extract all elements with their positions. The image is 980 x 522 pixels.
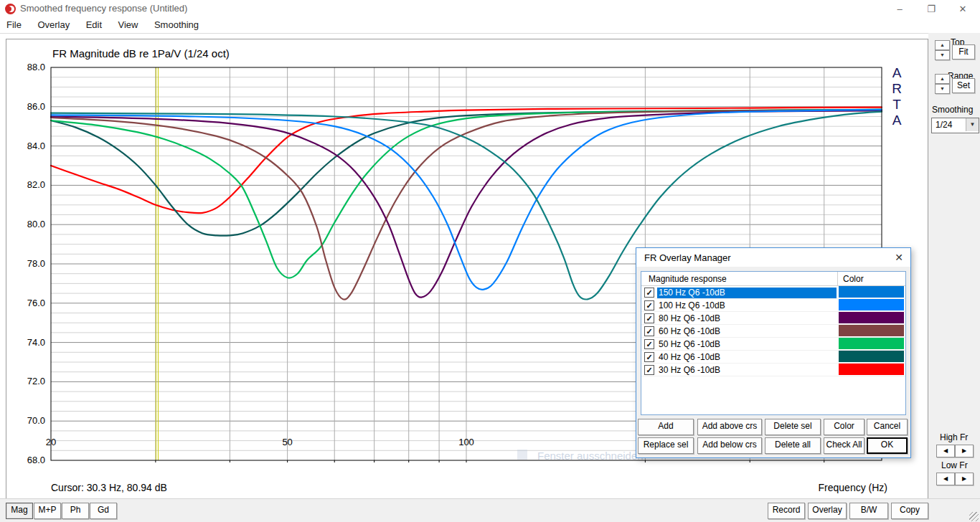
dialog-button-replace-sel[interactable]: Replace sel xyxy=(638,437,694,454)
ghost-overlay-text: Fenster ausschneiden xyxy=(537,450,644,462)
overlay-color-swatch[interactable] xyxy=(839,364,904,375)
close-icon[interactable]: ✕ xyxy=(947,0,979,19)
smoothing-value: 1/24 xyxy=(936,120,952,130)
arta-letter: T xyxy=(890,97,903,113)
dialog-button-ok[interactable]: OK xyxy=(867,437,908,454)
menu-edit[interactable]: Edit xyxy=(80,17,108,32)
dialog-button-check-all[interactable]: Check All xyxy=(824,437,864,454)
arta-letter: A xyxy=(890,65,903,81)
overlay-checkbox[interactable]: ✓ xyxy=(644,313,654,323)
menu-smoothing[interactable]: Smoothing xyxy=(148,17,205,32)
overlay-checkbox[interactable]: ✓ xyxy=(644,326,654,336)
y-tick-label: 80.0 xyxy=(12,219,45,229)
y-tick-label: 82.0 xyxy=(12,179,45,190)
y-tick-label: 88.0 xyxy=(12,62,45,72)
top-down-spinner[interactable]: ▼ xyxy=(935,50,950,60)
dialog-title-bar[interactable]: FR Overlay Manager ✕ xyxy=(636,248,910,267)
overlay-row[interactable]: ✓40 Hz Q6 -10dB xyxy=(641,351,905,364)
minimize-icon[interactable]: – xyxy=(884,0,915,19)
overlay-color-swatch[interactable] xyxy=(839,338,904,349)
overlay-label[interactable]: 100 Hz Q6 -10dB xyxy=(657,300,837,311)
menu-overlay[interactable]: Overlay xyxy=(31,17,76,32)
low-fr-left-arrow[interactable]: ◀ xyxy=(936,473,955,485)
overlay-label[interactable]: 60 Hz Q6 -10dB xyxy=(657,326,837,337)
mode-button-ph[interactable]: Ph xyxy=(62,503,89,519)
fr-overlay-manager-dialog: FR Overlay Manager ✕ Magnitude response … xyxy=(636,247,911,458)
dialog-close-icon[interactable]: ✕ xyxy=(895,252,903,263)
y-tick-label: 84.0 xyxy=(12,141,45,151)
overlay-checkbox[interactable]: ✓ xyxy=(644,300,654,310)
overlay-color-swatch[interactable] xyxy=(839,312,904,323)
overlay-list-header: Magnitude response Color xyxy=(641,272,905,286)
overlay-color-swatch[interactable] xyxy=(839,351,904,362)
overlay-checkbox[interactable]: ✓ xyxy=(644,352,654,362)
high-fr-left-arrow[interactable]: ◀ xyxy=(936,445,955,457)
column-color: Color xyxy=(843,274,864,284)
fit-button[interactable]: Fit xyxy=(952,44,975,60)
toolbar-button-bw[interactable]: B/W xyxy=(849,503,888,519)
dialog-button-cancel[interactable]: Cancel xyxy=(867,419,908,435)
dialog-button-add-above-crs[interactable]: Add above crs xyxy=(697,419,762,435)
menu-view[interactable]: View xyxy=(112,17,145,32)
menu-bar: File Overlay Edit View Smoothing xyxy=(0,17,980,34)
x-tick-label: 20 xyxy=(46,437,56,447)
overlay-label[interactable]: 80 Hz Q6 -10dB xyxy=(657,313,837,324)
menu-file[interactable]: File xyxy=(0,17,28,32)
smoothing-label: Smoothing xyxy=(932,105,973,115)
overlay-row[interactable]: ✓60 Hz Q6 -10dB xyxy=(641,325,905,338)
smoothing-select[interactable]: 1/24 ▼ xyxy=(931,118,979,133)
dialog-title: FR Overlay Manager xyxy=(644,252,731,263)
dialog-button-add-below-crs[interactable]: Add below crs xyxy=(697,437,762,454)
range-down-spinner[interactable]: ▼ xyxy=(935,84,950,94)
overlay-row[interactable]: ✓100 Hz Q6 -10dB xyxy=(641,299,905,312)
mode-button-mag[interactable]: Mag xyxy=(6,503,33,519)
arta-letter: R xyxy=(890,81,903,97)
arta-logo-text: ARTA xyxy=(890,65,903,128)
overlay-label[interactable]: 30 Hz Q6 -10dB xyxy=(657,365,837,376)
toolbar-button-copy[interactable]: Copy xyxy=(891,503,928,519)
overlay-list[interactable]: Magnitude response Color ✓150 Hz Q6 -10d… xyxy=(641,271,906,415)
mode-button-mp[interactable]: M+P xyxy=(34,503,61,519)
set-button[interactable]: Set xyxy=(952,78,975,93)
overlay-label[interactable]: 50 Hz Q6 -10dB xyxy=(657,339,837,350)
y-tick-label: 72.0 xyxy=(12,376,45,386)
overlay-checkbox[interactable]: ✓ xyxy=(644,339,654,349)
y-tick-label: 76.0 xyxy=(12,298,45,308)
bottom-toolbar: MagM+PPhGd RecordOverlayB/WCopy xyxy=(0,498,980,522)
mode-button-gd[interactable]: Gd xyxy=(90,503,117,519)
restore-icon[interactable]: ❐ xyxy=(915,0,947,19)
x-axis-title: Frequency (Hz) xyxy=(819,482,887,493)
range-up-spinner[interactable]: ▲ xyxy=(935,74,950,84)
cursor-readout: Cursor: 30.3 Hz, 80.94 dB xyxy=(51,482,167,493)
top-up-spinner[interactable]: ▲ xyxy=(935,40,950,50)
overlay-color-swatch[interactable] xyxy=(839,325,904,336)
high-fr-right-arrow[interactable]: ▶ xyxy=(955,445,974,457)
chevron-down-icon[interactable]: ▼ xyxy=(966,118,979,131)
overlay-label[interactable]: 150 Hz Q6 -10dB xyxy=(657,288,837,298)
overlay-checkbox[interactable]: ✓ xyxy=(644,288,654,298)
low-fr-right-arrow[interactable]: ▶ xyxy=(955,473,974,485)
dialog-button-delete-all[interactable]: Delete all xyxy=(765,437,821,454)
overlay-checkbox[interactable]: ✓ xyxy=(644,365,654,375)
right-control-panel: Top ▲ ▼ Fit Range ▲ ▼ Set Smoothing 1/24… xyxy=(928,33,980,498)
overlay-row[interactable]: ✓150 Hz Q6 -10dB xyxy=(641,286,905,299)
overlay-color-swatch[interactable] xyxy=(839,299,904,310)
column-divider[interactable] xyxy=(837,272,838,285)
ghost-overlay-icon xyxy=(517,450,527,460)
arta-window: Smoothed frequency response (Untitled) –… xyxy=(0,0,980,522)
overlay-color-swatch[interactable] xyxy=(839,286,904,298)
overlay-label[interactable]: 40 Hz Q6 -10dB xyxy=(657,352,837,363)
dialog-button-delete-sel[interactable]: Delete sel xyxy=(765,419,821,435)
dialog-button-add[interactable]: Add xyxy=(638,419,694,435)
dialog-button-color[interactable]: Color xyxy=(824,419,864,435)
overlay-row[interactable]: ✓30 Hz Q6 -10dB xyxy=(641,364,905,376)
toolbar-button-overlay[interactable]: Overlay xyxy=(808,503,847,519)
y-tick-label: 70.0 xyxy=(12,415,45,426)
arta-app-icon xyxy=(5,4,16,14)
window-title: Smoothed frequency response (Untitled) xyxy=(20,3,187,14)
high-fr-label: High Fr xyxy=(940,432,968,442)
overlay-row[interactable]: ✓50 Hz Q6 -10dB xyxy=(641,338,905,351)
toolbar-button-record[interactable]: Record xyxy=(768,503,805,519)
resize-grip[interactable] xyxy=(969,512,979,521)
overlay-row[interactable]: ✓80 Hz Q6 -10dB xyxy=(641,312,905,325)
